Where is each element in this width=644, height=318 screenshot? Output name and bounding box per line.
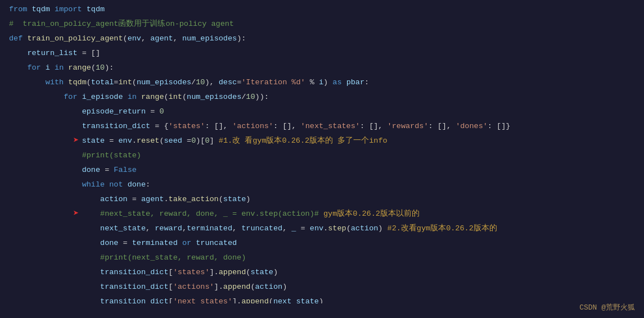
code-line: for i in range(10): bbox=[0, 61, 644, 75]
code-line: transition_dict = {'states': [], 'action… bbox=[0, 119, 644, 134]
code-editor: from tqdm import tqdm # train_on_policy_… bbox=[0, 0, 644, 303]
code-line: return_list = [] bbox=[0, 46, 644, 61]
code-line: from tqdm import tqdm bbox=[0, 2, 644, 17]
code-line: # train_on_policy_agent函数用于训练on-policy a… bbox=[0, 17, 644, 31]
code-line: #print(state) bbox=[0, 148, 644, 163]
code-line: action = agent.take_action(state) bbox=[0, 192, 644, 207]
code-line: while not done: bbox=[0, 178, 644, 192]
code-line: for i_episode in range(int(num_episodes/… bbox=[0, 90, 644, 105]
code-line: with tqdm(total=int(num_episodes/10), de… bbox=[0, 75, 644, 90]
code-line: transition_dict['next_states'].append(ne… bbox=[0, 294, 644, 303]
code-line: episode_return = 0 bbox=[0, 105, 644, 119]
code-line: #print(next_state, reward, done) bbox=[0, 251, 644, 265]
code-line: transition_dict['actions'].append(action… bbox=[0, 280, 644, 294]
code-line: next_state, reward,terminated, truncated… bbox=[0, 221, 644, 236]
code-line-arrow-2: ➤ #next_state, reward, done, _ = env.ste… bbox=[0, 207, 644, 221]
code-line: transition_dict['states'].append(state) bbox=[0, 265, 644, 280]
code-line-arrow-1: ➤ state = env.reset(seed =0)[0] #1.改 看gy… bbox=[0, 134, 644, 148]
code-line: done = terminated or truncated bbox=[0, 236, 644, 251]
code-line: done = False bbox=[0, 163, 644, 178]
watermark: CSDN @荒野火狐 bbox=[579, 302, 635, 312]
code-line: def train_on_policy_agent(env, agent, nu… bbox=[0, 31, 644, 46]
